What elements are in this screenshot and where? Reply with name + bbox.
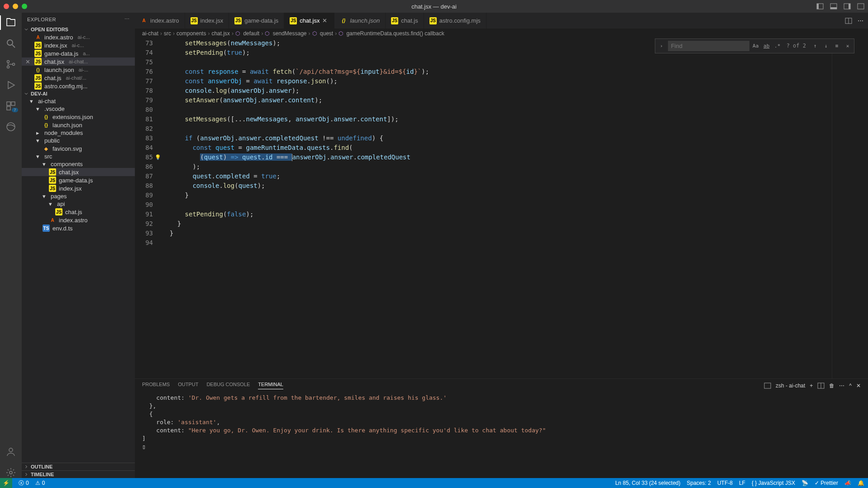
selection-icon[interactable]: ≡ (832, 42, 841, 51)
lang-item[interactable]: { } JavaScript JSX (752, 480, 795, 486)
remote-icon[interactable]: ⚡ (0, 478, 12, 488)
prettier-item[interactable]: ✓ Prettier (815, 480, 838, 486)
panel-tab-terminal[interactable]: TERMINAL (258, 382, 283, 389)
search-icon[interactable] (5, 38, 16, 49)
close-icon[interactable]: ✕ (25, 58, 32, 65)
trash-icon[interactable]: 🗑 (829, 383, 835, 389)
folder-item[interactable]: ▾ api (22, 200, 135, 208)
code-line[interactable]: setPending(false); (162, 210, 832, 219)
breadcrumb[interactable]: ai-chat›src›components›chat.jsx›⬡ defaul… (135, 29, 868, 38)
open-editors-header[interactable]: OPEN EDITORS (22, 26, 135, 33)
new-terminal-icon[interactable]: + (810, 383, 813, 389)
match-case-icon[interactable]: Aa (751, 42, 760, 51)
tab-chat-jsx[interactable]: JSchat.jsx✕ (284, 13, 334, 29)
folder-item[interactable]: ▾ public (22, 137, 135, 144)
code-line[interactable] (162, 105, 832, 115)
code-line[interactable] (162, 57, 832, 67)
code-line[interactable]: const quest = gameRuntimeData.quests.fin… (162, 143, 832, 153)
minimap[interactable] (832, 38, 868, 378)
maximize-window-icon[interactable] (22, 4, 27, 9)
panel-bottom-icon[interactable] (830, 3, 837, 10)
explorer-icon[interactable] (5, 17, 16, 28)
close-icon[interactable]: ✕ (843, 42, 852, 51)
panel-tab-output[interactable]: OUTPUT (178, 382, 198, 389)
open-editor-item[interactable]: ✕ JSchat.jsxai-chat... (22, 57, 135, 66)
code-line[interactable]: } (162, 229, 832, 238)
open-editor-item[interactable]: Aindex.astroai-c... (22, 33, 135, 41)
outline-header[interactable]: OUTLINE (22, 463, 135, 470)
tab-astro-config-mjs[interactable]: JSastro.config.mjs (424, 13, 486, 29)
debug-icon[interactable] (5, 80, 16, 91)
eol-item[interactable]: LF (739, 480, 745, 486)
open-editor-item[interactable]: JSindex.jsxai-c... (22, 41, 135, 49)
tab-index-astro[interactable]: Aindex.astro (135, 13, 185, 29)
breadcrumb-item[interactable]: ai-chat (142, 30, 158, 37)
tab-chat-js[interactable]: JSchat.js (386, 13, 424, 29)
more-icon[interactable]: ⋯ (858, 17, 863, 24)
prev-match-icon[interactable]: ↑ (811, 42, 820, 51)
open-editor-item[interactable]: JSastro.config.mj... (22, 82, 135, 90)
bell-icon[interactable]: 🔔 (858, 480, 864, 486)
warnings-item[interactable]: ⚠ 0 (35, 480, 45, 486)
indent-item[interactable]: Spaces: 2 (687, 480, 711, 486)
split-terminal-icon[interactable] (817, 382, 825, 389)
code-editor[interactable]: 7374757677787980818283848586878889909192… (135, 38, 868, 378)
errors-item[interactable]: ⓧ 0 (19, 479, 29, 487)
code-line[interactable]: } (162, 191, 832, 200)
file-item[interactable]: TS env.d.ts (22, 224, 135, 232)
file-item[interactable]: A index.astro (22, 216, 135, 224)
tab-index-jsx[interactable]: JSindex.jsx (185, 13, 229, 29)
tab-game-data-js[interactable]: JSgame-data.js (229, 13, 284, 29)
close-icon[interactable]: ✕ (322, 17, 329, 24)
terminal-profile-icon[interactable] (764, 382, 771, 389)
feedback-icon[interactable]: 📣 (844, 480, 851, 486)
open-editor-item[interactable]: {}launch.jsonai-... (22, 66, 135, 74)
close-window-icon[interactable] (4, 4, 9, 9)
split-editor-icon[interactable] (845, 17, 852, 24)
folder-item[interactable]: ▾ ai-chat (22, 97, 135, 105)
find-expand-icon[interactable]: › (657, 42, 666, 51)
source-control-icon[interactable] (5, 59, 16, 70)
file-item[interactable]: {} launch.json (22, 121, 135, 129)
account-icon[interactable] (5, 446, 16, 457)
code-line[interactable] (162, 200, 832, 210)
file-item[interactable]: ◆ favicon.svg (22, 144, 135, 153)
gear-icon[interactable] (5, 467, 16, 478)
edge-icon[interactable] (5, 121, 16, 132)
code-line[interactable]: ); (162, 162, 832, 172)
breadcrumb-item[interactable]: ⬡ gameRuntimeData.quests.find() callback (339, 30, 444, 37)
more-icon[interactable]: ⋯ (839, 383, 844, 389)
breadcrumb-item[interactable]: ⬡ default (235, 30, 259, 37)
folder-item[interactable]: ▾ .vscode (22, 105, 135, 113)
breadcrumb-item[interactable]: chat.jsx (211, 30, 230, 37)
folder-header[interactable]: DEV-AI (22, 90, 135, 97)
find-input[interactable] (668, 41, 749, 51)
minimize-window-icon[interactable] (13, 4, 18, 9)
folder-item[interactable]: ▾ components (22, 160, 135, 168)
breadcrumb-item[interactable]: components (176, 30, 206, 37)
code-line[interactable]: if (answerObj.answer.completedQuest !== … (162, 134, 832, 143)
code-line[interactable] (162, 124, 832, 134)
file-item[interactable]: JS chat.jsx (22, 168, 135, 176)
encoding-item[interactable]: UTF-8 (717, 480, 733, 486)
code-line[interactable]: console.log(answerObj.answer); (162, 86, 832, 96)
terminal-shell-label[interactable]: zsh - ai-chat (776, 383, 805, 389)
maximize-panel-icon[interactable]: ^ (849, 383, 852, 389)
close-panel-icon[interactable]: ✕ (856, 383, 861, 389)
cursor-position[interactable]: Ln 85, Col 33 (24 selected) (615, 480, 680, 486)
terminal-output[interactable]: content: 'Dr. Owen gets a refill from th… (135, 392, 868, 478)
code-line[interactable]: const answerObj = await response.json(); (162, 77, 832, 86)
folder-item[interactable]: ▸ node_modules (22, 129, 135, 137)
code-line[interactable]: } (162, 219, 832, 229)
panel-right-icon[interactable] (844, 3, 851, 10)
folder-item[interactable]: ▾ pages (22, 192, 135, 200)
file-item[interactable]: JS chat.js (22, 208, 135, 216)
next-match-icon[interactable]: ↓ (821, 42, 830, 51)
file-item[interactable]: JS game-data.js (22, 176, 135, 184)
more-icon[interactable]: ⋯ (124, 16, 130, 22)
panel-left-icon[interactable] (816, 3, 824, 10)
file-item[interactable]: JS index.jsx (22, 184, 135, 192)
breadcrumb-item[interactable]: ⬡ sendMessage (265, 30, 306, 37)
tab-launch-json[interactable]: {}launch.json (334, 13, 386, 29)
code-line[interactable]: console.log(quest); (162, 181, 832, 191)
